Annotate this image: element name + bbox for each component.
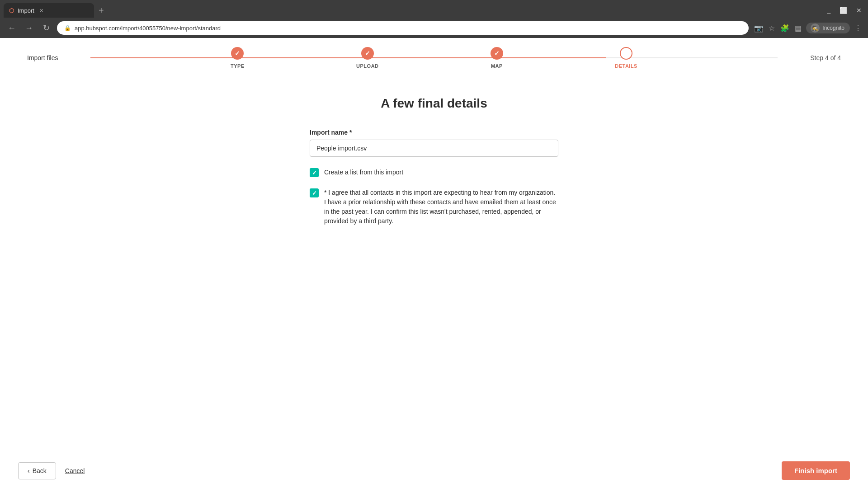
url-text: app.hubspot.com/import/40055750/new-impo… — [75, 25, 221, 32]
import-name-input[interactable] — [310, 140, 558, 157]
agreement-check-mark-icon: ✓ — [312, 190, 317, 197]
step-details-circle — [620, 47, 632, 60]
cancel-button[interactable]: Cancel — [65, 467, 85, 474]
window-close-button[interactable]: ✕ — [854, 6, 864, 15]
incognito-avatar: 🕵 — [811, 23, 820, 33]
incognito-label: Incognito — [821, 24, 845, 32]
step-of-label: Step 4 of 4 — [796, 54, 841, 61]
address-bar[interactable]: 🔒 app.hubspot.com/import/40055750/new-im… — [57, 21, 749, 35]
extensions-icon[interactable]: 🧩 — [779, 23, 790, 33]
stepper: ✓ TYPE ✓ UPLOAD ✓ MAP DETAILS — [90, 47, 778, 69]
step-upload: ✓ UPLOAD — [356, 47, 378, 69]
step-upload-circle: ✓ — [361, 47, 374, 60]
browser-tab[interactable]: ⬡ Import × — [4, 3, 94, 18]
window-controls: ⎯ ⬜ ✕ — [824, 6, 864, 15]
tab-title: Import — [18, 7, 34, 14]
new-tab-button[interactable]: + — [96, 5, 107, 16]
camera-icon[interactable]: 📷 — [753, 23, 764, 33]
reload-button[interactable]: ↻ — [40, 22, 52, 34]
sidebar-icon[interactable]: ▤ — [794, 23, 802, 33]
finish-import-button[interactable]: Finish import — [782, 461, 850, 480]
toolbar-icons: 📷 ☆ 🧩 ▤ 🕵 Incognito ⋮ — [753, 23, 863, 33]
step-items: ✓ TYPE ✓ UPLOAD ✓ MAP DETAILS — [231, 47, 637, 69]
step-upload-label: UPLOAD — [356, 63, 378, 69]
page-title: A few final details — [381, 96, 487, 111]
cancel-label: Cancel — [65, 467, 85, 474]
tab-close-button[interactable]: × — [40, 7, 43, 14]
form-container: Import name * ✓ Create a list from this … — [310, 129, 558, 226]
tab-favicon: ⬡ — [9, 7, 14, 14]
import-name-field: Import name * — [310, 129, 558, 157]
lock-icon: 🔒 — [64, 25, 71, 31]
forward-nav-button[interactable]: → — [23, 22, 35, 34]
agreement-label: * I agree that all contacts in this impo… — [324, 188, 558, 226]
agreement-row: ✓ * I agree that all contacts in this im… — [310, 188, 558, 226]
step-type-circle: ✓ — [231, 47, 244, 60]
browser-toolbar: ← → ↻ 🔒 app.hubspot.com/import/40055750/… — [0, 18, 868, 38]
menu-button[interactable]: ⋮ — [854, 23, 863, 33]
step-details-label: DETAILS — [615, 63, 637, 69]
app-content: Import files ✓ TYPE ✓ UPLOAD ✓ MAP — [0, 38, 868, 488]
browser-titlebar: ⬡ Import × + ⎯ ⬜ ✕ — [0, 0, 868, 18]
browser-chrome: ⬡ Import × + ⎯ ⬜ ✕ ← → ↻ 🔒 app.hubspot.c… — [0, 0, 868, 38]
agreement-checkbox[interactable]: ✓ — [310, 188, 319, 197]
window-minimize-button[interactable]: ⎯ — [824, 6, 833, 15]
back-button[interactable]: ‹ Back — [18, 462, 56, 479]
step-map: ✓ MAP — [491, 47, 503, 69]
star-icon[interactable]: ☆ — [768, 23, 776, 33]
create-list-checkbox[interactable]: ✓ — [310, 168, 319, 177]
step-type-label: TYPE — [231, 63, 245, 69]
back-label: Back — [33, 467, 47, 474]
finish-label: Finish import — [794, 467, 837, 474]
window-maximize-button[interactable]: ⬜ — [837, 6, 850, 15]
back-arrow-icon: ‹ — [28, 467, 30, 474]
import-name-label: Import name * — [310, 129, 558, 136]
import-files-label: Import files — [27, 54, 72, 61]
back-nav-button[interactable]: ← — [5, 22, 18, 34]
create-list-label: Create a list from this import — [324, 168, 403, 177]
check-mark-icon: ✓ — [312, 169, 317, 176]
create-list-row: ✓ Create a list from this import — [310, 168, 558, 177]
step-map-circle: ✓ — [491, 47, 503, 60]
main-content: A few final details Import name * ✓ Crea… — [0, 78, 868, 453]
step-details: DETAILS — [615, 47, 637, 69]
step-type: ✓ TYPE — [231, 47, 245, 69]
incognito-badge: 🕵 Incognito — [806, 23, 850, 33]
step-map-label: MAP — [491, 63, 503, 69]
footer: ‹ Back Cancel Finish import — [0, 453, 868, 488]
stepper-header: Import files ✓ TYPE ✓ UPLOAD ✓ MAP — [0, 38, 868, 78]
